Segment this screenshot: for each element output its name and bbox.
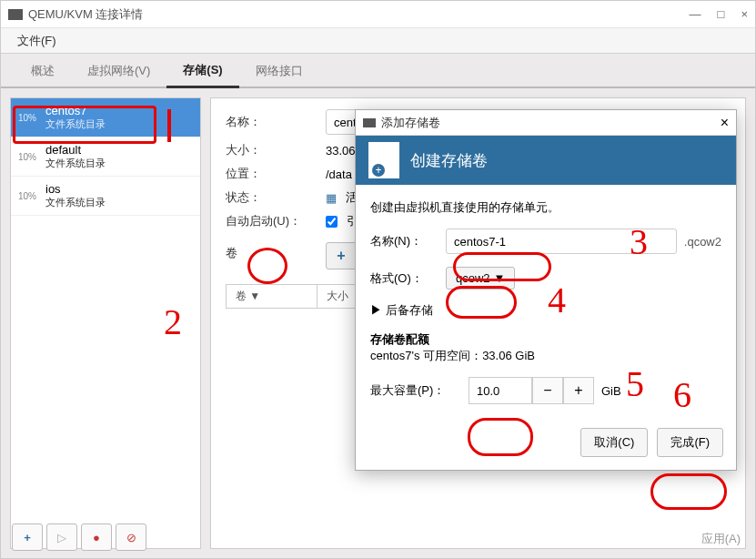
window-title: QEMU/KVM 连接详情 xyxy=(28,6,690,23)
maxcap-decrease[interactable]: − xyxy=(532,377,563,404)
dialog-description: 创建由虚拟机直接使用的存储单元。 xyxy=(370,199,721,216)
maxcap-label: 最大容量(P)： xyxy=(370,382,461,399)
maxcap-unit: GiB xyxy=(601,384,621,398)
location-label: 位置： xyxy=(226,166,317,182)
autostart-checkbox[interactable] xyxy=(326,216,338,228)
delete-pool-button[interactable]: ⊘ xyxy=(116,523,146,551)
maxcap-increase[interactable]: + xyxy=(563,377,594,404)
quota-desc: centos7's 可用空间：33.06 GiB xyxy=(370,348,721,364)
stop-pool-button[interactable]: ● xyxy=(81,523,112,551)
cancel-button[interactable]: 取消(C) xyxy=(580,428,648,457)
location-value: /data xyxy=(326,168,352,181)
add-volume-button[interactable]: + xyxy=(326,242,357,269)
add-volume-dialog: 添加存储卷 × 创建存储卷 创建由虚拟机直接使用的存储单元。 名称(N)： .q… xyxy=(355,109,737,471)
minimize-button[interactable]: — xyxy=(690,7,701,21)
vol-name-ext: .qcow2 xyxy=(684,235,721,249)
pool-usage: 10% xyxy=(18,152,40,162)
size-label: 大小： xyxy=(226,142,317,158)
pool-name: ios xyxy=(45,182,106,196)
vol-name-label: 名称(N)： xyxy=(370,233,438,249)
finish-button[interactable]: 完成(F) xyxy=(657,428,723,457)
vol-format-combo[interactable]: qcow2 ▼ xyxy=(446,267,515,290)
apply-button[interactable]: 应用(A) xyxy=(701,531,741,547)
maxcap-input[interactable] xyxy=(469,377,532,404)
app-icon xyxy=(8,9,23,20)
vol-format-value: qcow2 xyxy=(456,271,490,285)
quota-title: 存储卷配额 xyxy=(370,331,721,348)
dialog-icon xyxy=(363,118,376,127)
bottom-toolbar: + ▷ ● ⊘ xyxy=(12,523,146,551)
backing-store-expander[interactable]: ▶ 后备存储 xyxy=(370,302,721,319)
size-value: 33.06 xyxy=(326,144,356,158)
dialog-title: 添加存储卷 xyxy=(381,115,721,131)
start-pool-button[interactable]: ▷ xyxy=(46,523,77,551)
col-volume[interactable]: 卷 ▼ xyxy=(227,285,318,308)
dialog-header-text: 创建存储卷 xyxy=(410,150,488,171)
volume-label: 卷 xyxy=(226,245,317,261)
state-label: 状态： xyxy=(226,189,317,206)
name-label: 名称： xyxy=(226,114,317,130)
pool-default[interactable]: 10% default 文件系统目录 xyxy=(11,137,200,177)
vol-name-input[interactable] xyxy=(446,229,677,254)
menu-file[interactable]: 文件(F) xyxy=(10,30,64,52)
dialog-header: 创建存储卷 xyxy=(356,136,736,185)
dialog-titlebar: 添加存储卷 × xyxy=(356,110,736,136)
tab-vnets[interactable]: 虚拟网络(V) xyxy=(71,56,166,86)
pool-name: centos7 xyxy=(45,104,106,117)
storage-pool-list: 10% centos7 文件系统目录 10% default 文件系统目录 10… xyxy=(10,97,201,549)
tab-storage[interactable]: 存储(S) xyxy=(166,55,238,88)
chevron-down-icon: ▼ xyxy=(494,271,506,285)
dialog-close-button[interactable]: × xyxy=(721,115,729,131)
pool-type: 文件系统目录 xyxy=(45,196,106,209)
pool-usage: 10% xyxy=(18,191,40,201)
tab-netif[interactable]: 网络接口 xyxy=(239,56,319,86)
menubar: 文件(F) xyxy=(1,28,755,54)
vol-format-label: 格式(O)： xyxy=(370,270,438,287)
pool-centos7[interactable]: 10% centos7 文件系统目录 xyxy=(11,98,200,137)
titlebar: QEMU/KVM 连接详情 — □ × xyxy=(1,1,755,28)
close-button[interactable]: × xyxy=(741,7,748,21)
maximize-button[interactable]: □ xyxy=(718,7,725,21)
pool-type: 文件系统目录 xyxy=(45,117,106,131)
autostart-label: 自动启动(U)： xyxy=(226,213,317,229)
pool-usage: 10% xyxy=(18,113,40,123)
pool-ios[interactable]: 10% ios 文件系统目录 xyxy=(11,177,200,216)
add-pool-button[interactable]: + xyxy=(12,523,43,551)
maxcap-stepper: − + xyxy=(469,377,594,404)
pool-type: 文件系统目录 xyxy=(45,157,106,170)
tab-bar: 概述 虚拟网络(V) 存储(S) 网络接口 xyxy=(1,54,755,88)
document-add-icon xyxy=(368,142,399,178)
tab-overview[interactable]: 概述 xyxy=(15,56,71,86)
pool-name: default xyxy=(45,143,106,157)
